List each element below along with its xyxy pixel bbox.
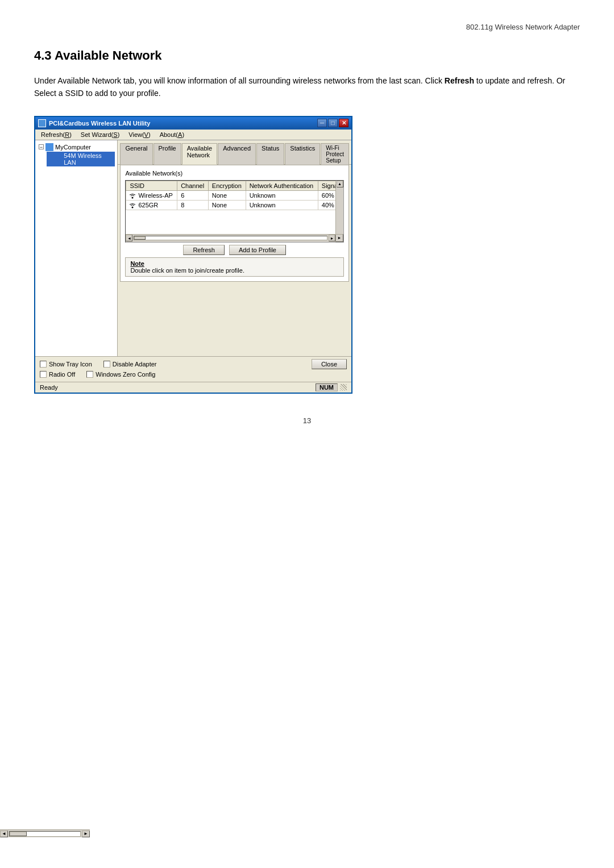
tab-bar: General Profile Available Network Advanc… xyxy=(118,140,351,165)
tree-item-wireless[interactable]: 54M Wireless LAN xyxy=(47,152,115,166)
wifi-icon xyxy=(55,155,63,163)
section-description: Under Available Network tab, you will kn… xyxy=(34,74,580,100)
network-icon-2 xyxy=(130,203,135,208)
tree-scrollbar[interactable]: ◄ ► xyxy=(0,829,90,837)
svg-point-2 xyxy=(132,206,134,208)
network-channel-2: 8 xyxy=(177,200,209,210)
show-tray-group[interactable]: Show Tray Icon xyxy=(40,361,92,368)
win-content: General Profile Available Network Advanc… xyxy=(118,140,351,356)
menu-refresh[interactable]: Refresh(R) xyxy=(38,131,75,139)
adapter-label: 802.11g Wireless Network Adapter xyxy=(34,23,580,31)
network-table-scroll: SSID Channel Encryption Network Authenti… xyxy=(125,180,344,243)
action-buttons: Refresh Add to Profile xyxy=(125,245,344,255)
scroll-corner-btn: ► xyxy=(335,234,343,242)
scroll-right-btn[interactable]: ► xyxy=(82,831,90,837)
tab-advanced[interactable]: Advanced xyxy=(218,143,256,165)
tab-statistics[interactable]: Statistics xyxy=(285,143,320,165)
add-to-profile-button[interactable]: Add to Profile xyxy=(229,245,286,255)
scroll-track xyxy=(9,831,81,837)
radio-off-group[interactable]: Radio Off xyxy=(40,371,75,378)
scroll-left-btn[interactable]: ◄ xyxy=(0,831,8,837)
disable-adapter-checkbox[interactable] xyxy=(103,361,110,368)
bottom-row-2: Radio Off Windows Zero Config xyxy=(40,371,347,378)
network-netauth-2: Unknown xyxy=(246,200,318,210)
svg-point-1 xyxy=(132,197,134,198)
svg-point-0 xyxy=(57,160,60,162)
network-enc-2: None xyxy=(208,200,246,210)
show-tray-checkbox[interactable] xyxy=(40,361,47,368)
menu-view[interactable]: View(V) xyxy=(125,131,154,139)
network-table: SSID Channel Encryption Network Authenti… xyxy=(126,181,343,210)
statusbar: Ready NUM xyxy=(35,382,351,393)
page-number: 13 xyxy=(34,416,580,425)
status-num: NUM xyxy=(316,383,338,391)
network-row-1[interactable]: Wireless-AP 6 None Unknown 60% xyxy=(126,190,343,200)
show-tray-label: Show Tray Icon xyxy=(49,361,92,368)
network-ssid-1: Wireless-AP xyxy=(126,190,177,200)
col-auth: Network Authentication xyxy=(246,181,318,190)
windows-zero-checkbox[interactable] xyxy=(86,371,93,378)
section-title: 4.3 Available Network xyxy=(34,48,580,63)
tab-general[interactable]: General xyxy=(120,143,152,165)
tree-item-mycomputer[interactable]: − MyComputer xyxy=(38,143,115,152)
description-text-1: Under Available Network tab, you will kn… xyxy=(34,76,445,85)
tab-profile[interactable]: Profile xyxy=(154,143,181,165)
note-text: Double click on item to join/create prof… xyxy=(130,267,244,274)
radio-off-label: Radio Off xyxy=(49,371,75,378)
tab-content-area: Available Network(s) SSID Channel Encryp… xyxy=(120,165,349,282)
status-right: NUM xyxy=(316,383,347,391)
windows-zero-label: Windows Zero Config xyxy=(96,371,155,378)
win-tree: − MyComputer 54M Wireless LAN ◄ xyxy=(35,140,118,356)
tab-status[interactable]: Status xyxy=(256,143,284,165)
tree-wireless-label: 54M Wireless LAN xyxy=(64,152,114,166)
hscroll-track xyxy=(134,236,327,240)
close-titlebar-button[interactable]: ✕ xyxy=(339,119,349,127)
radio-off-checkbox[interactable] xyxy=(40,371,47,378)
note-box: Note Double click on item to join/create… xyxy=(125,257,344,277)
titlebar-title: PCI&Cardbus Wireless LAN Utility xyxy=(38,119,150,127)
win-body: − MyComputer 54M Wireless LAN ◄ xyxy=(35,140,351,356)
network-row-2[interactable]: 625GR 8 None Unknown 40% xyxy=(126,200,343,210)
network-netauth-1: Unknown xyxy=(246,190,318,200)
titlebar-text: PCI&Cardbus Wireless LAN Utility xyxy=(49,120,150,127)
network-icon-1 xyxy=(130,193,135,199)
close-button[interactable]: Close xyxy=(312,359,347,369)
titlebar: PCI&Cardbus Wireless LAN Utility ─ □ ✕ xyxy=(35,117,351,130)
table-vscroll[interactable]: ▲ xyxy=(335,181,343,234)
hscroll-left[interactable]: ◄ xyxy=(126,235,132,241)
hscroll-thumb[interactable] xyxy=(134,236,146,240)
status-grip xyxy=(340,384,347,391)
minimize-button[interactable]: ─ xyxy=(317,119,327,127)
col-ssid: SSID xyxy=(126,181,177,190)
bottom-row-1: Show Tray Icon Disable Adapter Close xyxy=(40,359,347,369)
network-channel-1: 6 xyxy=(177,190,209,200)
tab-wifi-protect[interactable]: Wi-Fi Protect Setup xyxy=(321,143,349,165)
description-bold: Refresh xyxy=(445,76,474,85)
disable-adapter-group[interactable]: Disable Adapter xyxy=(103,361,157,368)
titlebar-buttons: ─ □ ✕ xyxy=(317,119,349,127)
win-bottom: Show Tray Icon Disable Adapter Close Rad… xyxy=(35,356,351,382)
col-encryption: Encryption xyxy=(208,181,246,190)
scroll-thumb[interactable] xyxy=(10,832,27,836)
tab-section-title: Available Network(s) xyxy=(125,170,344,177)
maximize-button[interactable]: □ xyxy=(328,119,338,127)
tab-available-network[interactable]: Available Network xyxy=(182,143,217,165)
menubar: Refresh(R) Set Wizard(S) View(V) About(A… xyxy=(35,130,351,140)
computer-icon xyxy=(45,143,53,151)
menu-set-wizard[interactable]: Set Wizard(S) xyxy=(77,131,123,139)
windows-zero-group[interactable]: Windows Zero Config xyxy=(86,371,155,378)
network-enc-1: None xyxy=(208,190,246,200)
note-label: Note xyxy=(130,260,144,267)
win-dialog: PCI&Cardbus Wireless LAN Utility ─ □ ✕ R… xyxy=(34,116,352,394)
network-ssid-2: 625GR xyxy=(126,200,177,210)
tree-expand-icon[interactable]: − xyxy=(39,144,44,149)
titlebar-icon xyxy=(38,119,46,127)
table-hscroll[interactable]: ◄ ► xyxy=(126,234,335,242)
vscroll-up[interactable]: ▲ xyxy=(337,181,343,187)
refresh-button[interactable]: Refresh xyxy=(183,245,225,255)
menu-about[interactable]: About(A) xyxy=(156,131,188,139)
tree-mycomputer-label: MyComputer xyxy=(55,144,91,151)
col-channel: Channel xyxy=(177,181,209,190)
disable-adapter-label: Disable Adapter xyxy=(113,361,157,368)
hscroll-right[interactable]: ► xyxy=(329,235,335,241)
